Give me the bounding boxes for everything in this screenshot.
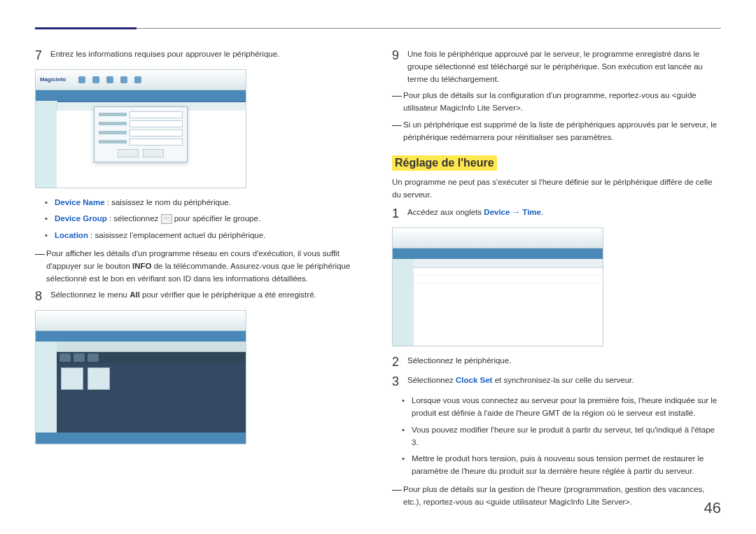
- time-bullet-2: Vous pouvez modifier l'heure sur le prod…: [405, 424, 721, 449]
- step-text: Sélectionnez Clock Set et synchronisez-l…: [407, 374, 721, 387]
- field-location: Location : saisissez l'emplacement actue…: [48, 230, 364, 242]
- device-name-desc: : saisissez le nom du périphérique.: [105, 198, 231, 206]
- dash-icon: ―: [392, 90, 403, 101]
- field-list: Device Name : saisissez le nom du périph…: [48, 197, 364, 242]
- step-7: 7 Entrez les informations requises pour …: [35, 48, 364, 64]
- screenshot-approve-device: MagicInfo: [35, 69, 246, 188]
- step-8: 8 Sélectionnez le menu All pour vérifier…: [35, 289, 364, 304]
- info-bold: INFO: [132, 262, 151, 270]
- note-body: Pour plus de détails sur la configuratio…: [403, 90, 721, 115]
- browse-icon: ⋯: [161, 214, 172, 224]
- tab-device: Device: [484, 208, 510, 216]
- step-text: Une fois le périphérique approuvé par le…: [407, 48, 721, 85]
- device-group-label: Device Group: [55, 214, 107, 223]
- device-group-desc-b: pour spécifier le groupe.: [172, 214, 261, 223]
- app-logo: MagicInfo: [40, 76, 66, 83]
- time-bullets: Lorsque vous vous connectez au serveur p…: [405, 395, 721, 478]
- note-body: Si un périphérique est supprimé de la li…: [403, 119, 721, 144]
- note-info-remote: ― Pour afficher les détails d'un program…: [35, 248, 364, 285]
- step-2: 2 Sélectionnez le périphérique.: [392, 355, 721, 370]
- section-heading-time: Réglage de l'heure: [392, 155, 497, 171]
- field-device-name: Device Name : saisissez le nom du périph…: [48, 197, 364, 209]
- header-accent: [35, 27, 136, 29]
- approve-modal: [94, 106, 188, 162]
- note-device-removed: ― Si un périphérique est supprimé de la …: [392, 119, 721, 144]
- step-text: Entrez les informations requises pour ap…: [50, 48, 364, 61]
- step-1: 1 Accédez aux onglets Device → Time.: [392, 206, 721, 222]
- dash-icon: ―: [35, 248, 46, 260]
- screenshot-time-tab: [392, 227, 603, 346]
- note-info-body: Pour afficher les détails d'un programme…: [46, 248, 364, 285]
- step-text: Sélectionnez le périphérique.: [407, 355, 721, 367]
- step-number: 7: [35, 48, 50, 64]
- step-number: 2: [392, 355, 407, 370]
- note-time-management: ― Pour plus de détails sur la gestion de…: [392, 484, 721, 509]
- left-column: 7 Entrez les informations requises pour …: [35, 48, 364, 513]
- header-rule: [35, 28, 721, 29]
- step-9: 9 Une fois le périphérique approuvé par …: [392, 48, 721, 85]
- step-text: Sélectionnez le menu All pour vérifier q…: [50, 289, 364, 302]
- note-program-config: ― Pour plus de détails sur la configurat…: [392, 90, 721, 115]
- note-body: Pour plus de détails sur la gestion de l…: [403, 484, 721, 509]
- step-number: 8: [35, 289, 50, 304]
- step-text: Accédez aux onglets Device → Time.: [407, 206, 721, 219]
- page-number: 46: [704, 499, 721, 517]
- field-device-group: Device Group : sélectionnez ⋯ pour spéci…: [48, 213, 364, 225]
- location-desc: : saisissez l'emplacement actuel du péri…: [88, 231, 265, 239]
- all-menu: All: [130, 290, 140, 299]
- device-group-desc-a: : sélectionnez: [107, 214, 161, 223]
- right-column: 9 Une fois le périphérique approuvé par …: [392, 48, 721, 513]
- tab-time: Time: [522, 208, 541, 216]
- two-column-layout: 7 Entrez les informations requises pour …: [35, 48, 721, 513]
- screenshot-device-registered: [35, 310, 246, 444]
- location-label: Location: [55, 231, 88, 239]
- dash-icon: ―: [392, 484, 403, 496]
- dash-icon: ―: [392, 119, 403, 131]
- time-bullet-1: Lorsque vous vous connectez au serveur p…: [405, 395, 721, 420]
- step-number: 1: [392, 206, 407, 222]
- step-number: 3: [392, 374, 407, 390]
- step-3: 3 Sélectionnez Clock Set et synchronisez…: [392, 374, 721, 390]
- step-number: 9: [392, 48, 407, 64]
- device-name-label: Device Name: [55, 198, 105, 206]
- clock-set-label: Clock Set: [456, 376, 492, 384]
- time-bullet-3: Mettre le produit hors tension, puis à n…: [405, 453, 721, 478]
- time-intro: Un programme ne peut pas s'exécuter si l…: [392, 176, 721, 202]
